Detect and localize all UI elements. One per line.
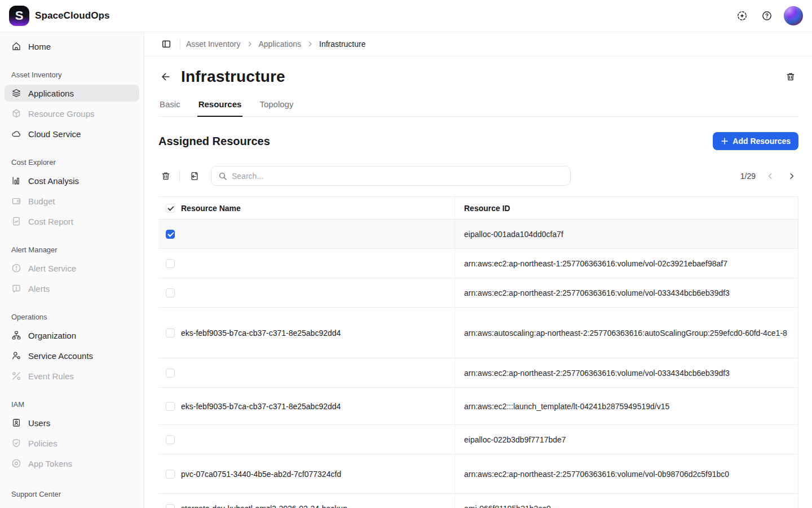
row-checkbox[interactable] <box>166 369 175 378</box>
search-icon <box>218 172 227 181</box>
user-avatar[interactable] <box>784 6 803 25</box>
resources-table: Resource Name Resource ID eipalloc-001ad… <box>158 196 798 508</box>
resource-id: arn:aws:ec2:::launch_template/lt-04241b2… <box>464 402 669 411</box>
sidebar-item-label: Users <box>28 418 50 428</box>
add-resources-button[interactable]: Add Resources <box>713 132 798 150</box>
tab-bar: Basic Resources Topology <box>158 95 798 117</box>
sidebar-item-users[interactable]: Users <box>5 414 139 431</box>
table-row[interactable]: stargate-dev-kubectl-amzl2-2026-02-24-ba… <box>158 494 798 508</box>
sidebar-item-policies[interactable]: Policies <box>5 435 139 452</box>
sidebar-section-support-center: Support Center <box>5 490 139 498</box>
sidebar-item-label: Alerts <box>28 284 50 294</box>
sidebar-item-cost-report[interactable]: Cost Report <box>5 213 139 230</box>
title-row: Infrastructure <box>158 68 798 86</box>
event-rules-icon <box>11 371 21 381</box>
tab-resources[interactable]: Resources <box>197 95 243 117</box>
select-all-checkbox[interactable] <box>166 204 175 213</box>
sidebar-item-home[interactable]: Home <box>5 38 139 55</box>
row-checkbox[interactable] <box>166 329 175 338</box>
table-row[interactable]: eipalloc-001ada104dd0cfa7f <box>158 220 798 249</box>
home-icon <box>11 41 21 51</box>
page-content: Infrastructure Basic Resources Topology … <box>144 56 812 508</box>
pagination: 1/29 <box>740 169 798 183</box>
table-header-row: Resource Name Resource ID <box>158 197 798 220</box>
ai-sparkle-icon <box>736 10 748 21</box>
cloud-icon <box>11 129 21 139</box>
sidebar-item-cost-analysis[interactable]: Cost Analysis <box>5 172 139 189</box>
chevron-left-icon <box>766 172 774 180</box>
ai-assistant-button[interactable] <box>733 7 751 25</box>
sidebar-item-event-rules[interactable]: Event Rules <box>5 367 139 384</box>
row-checkbox[interactable] <box>166 435 175 444</box>
sidebar-item-label: Cloud Service <box>28 129 81 139</box>
sidebar-item-alerts[interactable]: Alerts <box>5 280 139 297</box>
chevron-right-icon <box>307 41 314 47</box>
table-row[interactable]: eks-febf9035-b7ca-cb37-c371-8e25abc92dd4… <box>158 308 798 358</box>
resource-name: eks-febf9035-b7ca-cb37-c371-8e25abc92dd4 <box>181 402 341 411</box>
row-checkbox[interactable] <box>166 259 175 268</box>
org-chart-icon <box>11 330 21 340</box>
previous-page-button[interactable] <box>764 169 777 183</box>
chevron-right-icon <box>788 172 796 180</box>
sidebar-item-applications[interactable]: Applications <box>5 85 139 102</box>
main-panel: Asset Inventory Applications Infrastruct… <box>144 32 812 508</box>
table-row[interactable]: eks-febf9035-b7ca-cb37-c371-8e25abc92dd4… <box>158 388 798 425</box>
sidebar-item-app-tokens[interactable]: App Tokens <box>5 455 139 472</box>
sidebar-item-resource-groups[interactable]: Resource Groups <box>5 105 139 122</box>
sidebar-section-iam: IAM <box>5 400 139 409</box>
row-checkbox[interactable] <box>166 230 175 239</box>
chevron-right-icon <box>246 41 253 47</box>
table-row[interactable]: arn:aws:ec2:ap-northeast-1:257706363616:… <box>158 249 798 278</box>
breadcrumb-bar: Asset Inventory Applications Infrastruct… <box>144 32 812 56</box>
delete-selected-button[interactable] <box>158 169 173 183</box>
section-header: Assigned Resources Add Resources <box>158 132 798 150</box>
resource-name: eks-febf9035-b7ca-cb37-c371-8e25abc92dd4 <box>181 329 341 338</box>
table-row[interactable]: arn:aws:ec2:ap-northeast-2:257706363616:… <box>158 358 798 388</box>
tab-topology[interactable]: Topology <box>258 95 294 117</box>
row-checkbox[interactable] <box>166 288 175 297</box>
sidebar-item-label: App Tokens <box>28 459 72 468</box>
sidebar-item-organization[interactable]: Organization <box>5 327 139 344</box>
toolbar-divider <box>179 170 180 182</box>
token-icon <box>11 458 21 468</box>
sidebar-item-label: Resource Groups <box>28 109 95 119</box>
sidebar-item-label: Cost Report <box>28 217 73 226</box>
resource-id: ami-066f81195b21b2ac0 <box>464 504 551 508</box>
resource-name: stargate-dev-kubectl-amzl2-2026-02-24-ba… <box>181 504 347 508</box>
back-button[interactable] <box>158 69 173 84</box>
row-checkbox[interactable] <box>166 402 175 411</box>
sidebar-item-label: Applications <box>28 89 74 98</box>
next-page-button[interactable] <box>785 169 798 183</box>
export-button[interactable] <box>187 169 202 183</box>
shield-check-icon <box>11 438 21 448</box>
sidebar-item-label: Budget <box>28 196 55 206</box>
delete-application-button[interactable] <box>783 69 798 85</box>
breadcrumb-item-applications[interactable]: Applications <box>259 40 302 49</box>
row-checkbox[interactable] <box>166 504 175 508</box>
table-row[interactable]: pvc-07ca0751-3440-4b5e-ab2d-7cf077324cfd… <box>158 454 798 494</box>
sidebar-item-alert-service[interactable]: Alert Service <box>5 260 139 277</box>
table-row[interactable]: eipalloc-022b3db9f7717bde7 <box>158 425 798 454</box>
bar-chart-icon <box>11 176 21 186</box>
pagination-label: 1/29 <box>740 172 756 181</box>
sidebar-item-service-accounts[interactable]: Service Accounts <box>5 347 139 364</box>
search-box[interactable] <box>211 166 571 186</box>
breadcrumb-item-asset-inventory[interactable]: Asset Inventory <box>186 40 241 49</box>
sidebar-item-budget[interactable]: Budget <box>5 192 139 209</box>
resource-id: arn:aws:ec2:ap-northeast-2:257706363616:… <box>464 288 730 297</box>
section-title: Assigned Resources <box>158 135 270 148</box>
row-checkbox[interactable] <box>166 470 175 479</box>
alert-circle-icon <box>11 263 21 273</box>
app-shell: Home Asset Inventory Applications Resour… <box>0 32 812 508</box>
sidebar-item-cloud-service[interactable]: Cloud Service <box>5 125 139 142</box>
table-row[interactable]: arn:aws:ec2:ap-northeast-2:257706363616:… <box>158 278 798 308</box>
resource-id: arn:aws:ec2:ap-northeast-2:257706363616:… <box>464 470 729 479</box>
search-input[interactable] <box>232 172 563 181</box>
help-button[interactable] <box>758 7 776 25</box>
resource-id: arn:aws:autoscaling:ap-northeast-2:25770… <box>464 329 787 338</box>
sidebar-item-label: Service Accounts <box>28 351 93 361</box>
sidebar-toggle-button[interactable] <box>158 36 174 52</box>
tab-basic[interactable]: Basic <box>158 95 182 117</box>
table-toolbar: 1/29 <box>158 166 798 186</box>
sidebar-section-operations: Operations <box>5 313 139 321</box>
